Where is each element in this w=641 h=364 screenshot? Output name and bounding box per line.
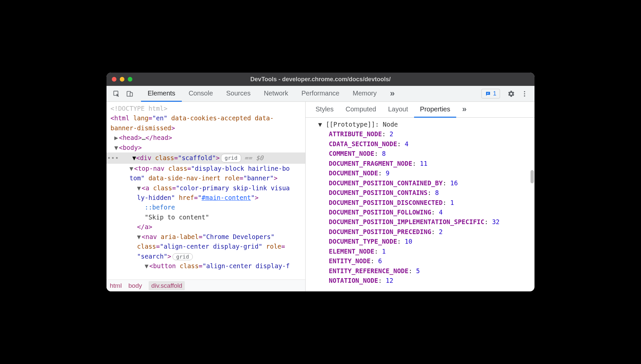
maximize-window-button[interactable] <box>128 77 132 82</box>
properties-list[interactable]: ▼ [[Prototype]]: Node ATTRIBUTE_NODE: 2C… <box>306 118 534 291</box>
layout-badge[interactable]: grid <box>173 253 193 260</box>
scrollbar-thumb[interactable] <box>531 170 534 183</box>
property-row[interactable]: ENTITY_NODE: 6 <box>306 256 534 266</box>
issues-count: 1 <box>493 90 496 97</box>
titlebar: DevTools - developer.chrome.com/docs/dev… <box>107 73 534 86</box>
sub-tabs: Styles Computed Layout Properties » <box>306 102 534 118</box>
subtabs-overflow-icon[interactable]: » <box>456 102 472 118</box>
close-window-button[interactable] <box>112 77 116 82</box>
crumb-selected[interactable]: div.scaffold <box>149 281 185 290</box>
button-open[interactable]: ▼<button class="align-center display-f <box>107 261 305 271</box>
a-link-open[interactable]: ▼<a class="color-primary skip-link visua <box>107 183 305 193</box>
property-row[interactable]: DOCUMENT_POSITION_CONTAINED_BY: 16 <box>306 178 534 188</box>
tab-console[interactable]: Console <box>182 86 219 102</box>
svg-rect-4 <box>487 93 488 94</box>
doctype: <!DOCTYPE html> <box>110 105 168 112</box>
window-controls <box>112 77 132 82</box>
pseudo-before: ::before <box>107 203 305 212</box>
property-row[interactable]: ELEMENT_NODE: 1 <box>306 247 534 256</box>
subtab-properties[interactable]: Properties <box>414 102 456 118</box>
tab-sources[interactable]: Sources <box>220 86 257 102</box>
nav-open[interactable]: ▼<nav aria-label="Chrome Developers" <box>107 232 305 242</box>
dom-tree[interactable]: <!DOCTYPE html> <html lang="en" data-coo… <box>107 102 305 279</box>
subtab-computed[interactable]: Computed <box>339 102 382 118</box>
devtools-window: DevTools - developer.chrome.com/docs/dev… <box>107 73 534 291</box>
main-tabs: Elements Console Sources Network Perform… <box>141 86 401 102</box>
selected-node-row[interactable]: ••• ▼<div class="scaffold"> grid == $0 <box>107 152 305 163</box>
breadcrumb: html body div.scaffold <box>107 279 305 291</box>
svg-rect-3 <box>487 93 489 93</box>
subtab-styles[interactable]: Styles <box>310 102 339 118</box>
property-row[interactable]: DOCUMENT_POSITION_CONTAINS: 8 <box>306 188 534 198</box>
sidebar-panel: Styles Computed Layout Properties » ▼ [[… <box>306 102 534 291</box>
property-row[interactable]: CDATA_SECTION_NODE: 4 <box>306 139 534 149</box>
row-menu-icon[interactable]: ••• <box>107 153 121 163</box>
tabs-overflow-icon[interactable]: » <box>383 86 401 102</box>
tab-network[interactable]: Network <box>257 86 295 102</box>
dollar-zero: == $0 <box>245 153 263 163</box>
inspect-element-icon[interactable] <box>111 89 122 99</box>
property-row[interactable]: DOCUMENT_FRAGMENT_NODE: 11 <box>306 159 534 168</box>
property-row[interactable]: DOCUMENT_POSITION_IMPLEMENTATION_SPECIFI… <box>306 217 534 227</box>
a-link-close: </a> <box>107 222 305 232</box>
property-row[interactable]: DOCUMENT_TYPE_NODE: 10 <box>306 237 534 246</box>
head-collapsed[interactable]: ▶<head>…</head> <box>107 133 305 143</box>
property-row[interactable]: NOTATION_NODE: 12 <box>306 276 534 285</box>
topnav-open[interactable]: ▼<top-nav class="display-block hairline-… <box>107 164 305 173</box>
body-open[interactable]: ▼<body> <box>107 143 305 152</box>
property-row[interactable]: DOCUMENT_NODE: 9 <box>306 168 534 178</box>
settings-icon[interactable] <box>506 89 517 99</box>
device-toolbar-icon[interactable] <box>124 89 135 99</box>
svg-point-6 <box>524 93 525 94</box>
tab-memory[interactable]: Memory <box>346 86 383 102</box>
property-row[interactable]: DOCUMENT_POSITION_FOLLOWING: 4 <box>306 208 534 217</box>
main-tabbar: Elements Console Sources Network Perform… <box>107 86 534 102</box>
href-link[interactable]: #main-content <box>202 194 251 201</box>
property-row[interactable]: DOCUMENT_POSITION_DISCONNECTED: 1 <box>306 198 534 208</box>
property-row[interactable]: ENTITY_REFERENCE_NODE: 5 <box>306 266 534 276</box>
prototype-row[interactable]: ▼ [[Prototype]]: Node <box>306 120 534 129</box>
crumb-body[interactable]: body <box>128 282 142 289</box>
property-row[interactable]: COMMENT_NODE: 8 <box>306 149 534 158</box>
subtab-layout[interactable]: Layout <box>382 102 414 118</box>
issues-badge[interactable]: 1 <box>481 89 500 98</box>
skip-text: "Skip to content" <box>107 212 305 222</box>
svg-rect-2 <box>130 92 132 96</box>
tab-performance[interactable]: Performance <box>295 86 346 102</box>
tab-elements[interactable]: Elements <box>141 86 182 102</box>
svg-point-5 <box>524 91 525 92</box>
dom-panel: <!DOCTYPE html> <html lang="en" data-coo… <box>107 102 306 291</box>
html-open[interactable]: <html lang="en" data-cookies-accepted da… <box>107 113 305 123</box>
layout-badge[interactable]: grid <box>221 154 241 163</box>
property-row[interactable]: ATTRIBUTE_NODE: 2 <box>306 129 534 139</box>
property-row[interactable]: DOCUMENT_POSITION_PRECEDING: 2 <box>306 227 534 237</box>
crumb-html[interactable]: html <box>110 282 122 289</box>
more-icon[interactable] <box>519 89 530 99</box>
svg-point-7 <box>524 95 525 96</box>
content-split: <!DOCTYPE html> <html lang="en" data-coo… <box>107 102 534 291</box>
minimize-window-button[interactable] <box>120 77 124 82</box>
chat-icon <box>485 91 491 97</box>
window-title: DevTools - developer.chrome.com/docs/dev… <box>250 76 391 83</box>
